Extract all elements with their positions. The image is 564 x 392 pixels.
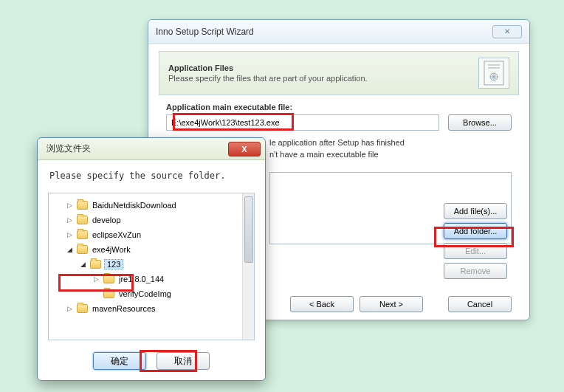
tree-item-label: BaiduNetdiskDownload [91,201,178,210]
checkbox-row-1: le application after Setup has finished [269,138,512,147]
folder-icon [90,260,101,269]
exe-label: Application main executable file: [166,103,512,111]
wizard-header-text: Application Files Please specify the fil… [168,63,368,83]
folder-icon [77,201,88,210]
browse-footer: 确定 取消 [38,352,265,370]
browse-button[interactable]: Browse... [448,114,512,131]
checkbox-label-2: n't have a main executable file [269,150,379,159]
wizard-icon [478,58,509,89]
wizard-title: Inno Setup Script Wizard [156,27,254,37]
folder-icon [77,216,88,224]
tree-row[interactable]: ▷mavenResources [52,301,251,316]
add-files-button[interactable]: Add file(s)... [444,203,507,219]
folder-icon [103,289,114,298]
cancel-button[interactable]: Cancel [448,296,512,312]
checkbox-row-2: n't have a main executable file [269,150,512,159]
chevron-right-icon[interactable]: ▷ [65,231,74,238]
tree-item-label: exe4jWork [91,245,132,254]
scrollbar[interactable] [242,193,254,340]
browse-title: 浏览文件夹 [47,142,91,155]
add-folder-button[interactable]: Add folder... [444,223,507,239]
tree-item-label: verifyCodeImg [117,289,173,298]
tree-item-label: develop [91,216,123,224]
tree-row[interactable]: verifyCodeImg [52,286,251,301]
cancel-button[interactable]: 取消 [157,352,210,370]
close-icon[interactable]: X [228,142,261,157]
tree-item-label: 123 [104,259,123,269]
next-button[interactable]: Next > [360,296,423,312]
wizard-titlebar: Inno Setup Script Wizard ✕ [148,20,529,44]
tree-row[interactable]: ▷develop [52,213,251,227]
tree-row[interactable]: ◢123 [52,257,251,272]
chevron-right-icon[interactable]: ▷ [65,216,74,224]
chevron-right-icon[interactable]: ▷ [65,202,74,209]
browse-titlebar: 浏览文件夹 X [38,138,265,160]
close-icon[interactable]: ✕ [492,25,522,38]
ok-button[interactable]: 确定 [93,352,146,370]
exe-path-input[interactable] [166,114,439,131]
folder-icon [77,245,88,254]
folder-icon [77,230,88,239]
tree-item-label: mavenResources [91,304,157,313]
header-subtitle: Please specify the files that are part o… [168,74,368,83]
tree-row[interactable]: ▷BaiduNetdiskDownload [52,198,251,213]
folder-tree[interactable]: ▷BaiduNetdiskDownload▷develop▷eclipseXvZ… [48,193,255,340]
side-buttons: Add file(s)... Add folder... Edit... Rem… [444,203,507,279]
checkbox-label-1: le application after Setup has finished [269,138,405,147]
browse-dialog: 浏览文件夹 X Please specify the source folder… [37,137,266,381]
wizard-header: Application Files Please specify the fil… [159,51,519,95]
edit-button: Edit... [444,243,507,259]
tree-item-label: jre1.8.0_144 [117,275,165,283]
chevron-right-icon[interactable]: ▷ [92,275,100,283]
folder-icon [103,275,114,283]
chevron-right-icon[interactable]: ▷ [65,305,74,312]
tree-row[interactable]: ◢exe4jWork [52,242,251,257]
folder-icon [77,304,88,313]
tree-row[interactable]: ▷eclipseXvZun [52,227,251,242]
remove-button: Remove [444,263,507,279]
chevron-down-icon[interactable]: ◢ [78,261,87,268]
wizard-footer: < Back Next > Cancel [290,296,512,312]
browse-prompt: Please specify the source folder. [38,160,265,188]
header-title: Application Files [168,63,368,72]
tree-row[interactable]: ▷jre1.8.0_144 [52,272,251,286]
chevron-down-icon[interactable]: ◢ [65,246,74,253]
back-button[interactable]: < Back [290,296,354,312]
scrollbar-thumb[interactable] [244,196,253,263]
tree-item-label: eclipseXvZun [91,230,142,239]
